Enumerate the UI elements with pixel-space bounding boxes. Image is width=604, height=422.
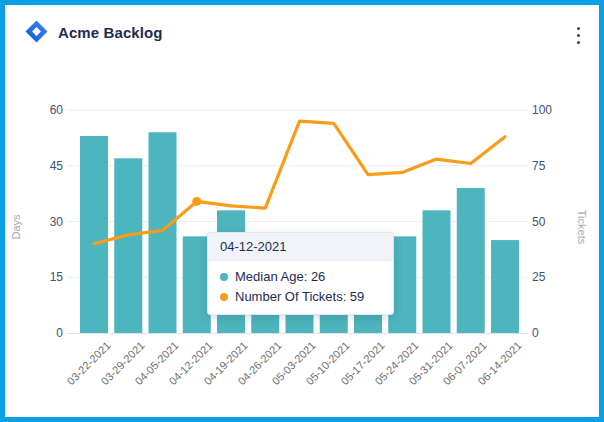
left-axis-title: Days (10, 214, 22, 239)
left-axis-tick-30: 30 (23, 215, 63, 229)
left-axis-tick-0: 0 (23, 326, 63, 340)
bar-03-29-2021[interactable] (114, 158, 142, 333)
tooltip-row-text: Number Of Tickets: 59 (235, 289, 364, 304)
right-axis-tick-0: 0 (532, 326, 539, 340)
stage: Acme Backlog 015304560025507510003-22-20… (5, 5, 599, 417)
series-color-dot (220, 293, 228, 301)
right-axis-tick-75: 75 (532, 159, 545, 173)
chart-tooltip: 04-12-2021 Median Age: 26Number Of Ticke… (207, 232, 394, 315)
left-axis-tick-45: 45 (23, 159, 63, 173)
tooltip-row-1: Number Of Tickets: 59 (220, 289, 381, 304)
right-axis-tick-50: 50 (532, 215, 545, 229)
tooltip-row-text: Median Age: 26 (235, 269, 325, 284)
bar-03-22-2021[interactable] (80, 136, 108, 333)
left-axis-tick-15: 15 (23, 270, 63, 284)
right-axis-title: Tickets (576, 210, 588, 244)
right-axis-tick-100: 100 (532, 103, 552, 117)
tooltip-body: Median Age: 26Number Of Tickets: 59 (208, 261, 393, 314)
bar-05-31-2021[interactable] (423, 210, 451, 333)
right-axis-tick-25: 25 (532, 270, 545, 284)
tooltip-date: 04-12-2021 (208, 233, 393, 261)
tooltip-row-0: Median Age: 26 (220, 269, 381, 284)
series-color-dot (220, 273, 228, 281)
left-axis-tick-60: 60 (23, 103, 63, 117)
highlighted-point-04-12-2021[interactable] (192, 197, 201, 206)
app-window: Acme Backlog 015304560025507510003-22-20… (0, 0, 604, 422)
bar-06-14-2021[interactable] (491, 240, 519, 333)
bar-06-07-2021[interactable] (457, 188, 485, 333)
